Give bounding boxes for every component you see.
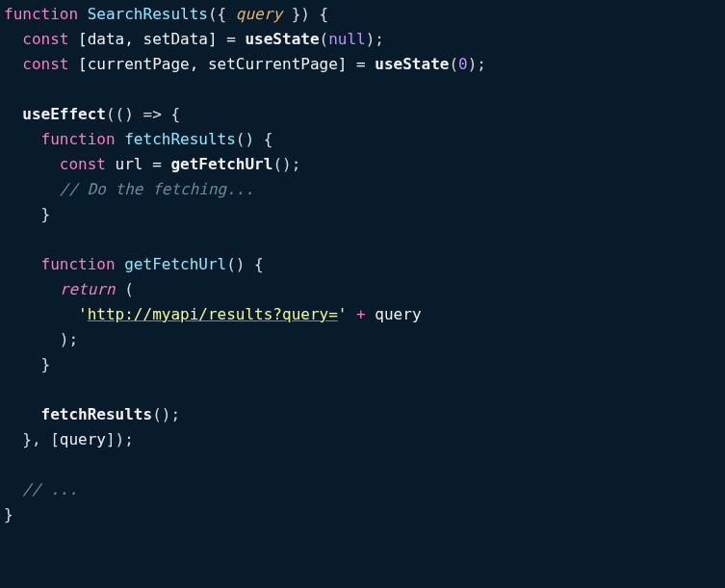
call: ();: [272, 155, 300, 173]
zero-literal: 0: [458, 55, 468, 73]
brace-close: }: [41, 205, 51, 223]
string-quote: ': [78, 305, 88, 323]
punct: }) {: [282, 5, 328, 23]
paren-close: );: [60, 330, 78, 348]
paren: (: [320, 30, 329, 48]
string-quote: ': [338, 305, 348, 323]
keyword-function: function: [41, 130, 116, 148]
dep-query: query: [60, 430, 106, 448]
punct: ({: [208, 5, 236, 23]
sig: () {: [236, 130, 273, 148]
arrow-fn: (() => {: [106, 105, 180, 123]
use-state: useState: [375, 55, 449, 73]
keyword-const: const: [22, 55, 68, 73]
url-string: http://myapi/results?query=: [88, 305, 338, 323]
fn-name: fetchResults: [124, 130, 236, 148]
null-literal: null: [328, 30, 366, 48]
keyword-const: const: [22, 30, 68, 48]
fn-name: getFetchUrl: [124, 255, 226, 273]
plus-op: +: [347, 305, 375, 323]
paren: (: [116, 280, 134, 298]
keyword-return: return: [60, 280, 116, 298]
param-query: query: [236, 5, 282, 23]
keyword-function: function: [4, 5, 78, 23]
ident-query: query: [375, 305, 421, 323]
code-block: function SearchResults({ query }) { cons…: [0, 0, 725, 527]
comment: // Do the fetching...: [60, 180, 254, 198]
call-fetchresults: fetchResults: [41, 405, 153, 423]
use-effect: useEffect: [22, 105, 106, 123]
destructure: [currentPage, setCurrentPage] =: [68, 55, 375, 73]
paren: );: [468, 55, 486, 73]
call-getfetchurl: getFetchUrl: [170, 155, 272, 173]
close-deps2: ]);: [106, 430, 134, 448]
keyword-const: const: [60, 155, 106, 173]
call: ();: [152, 405, 180, 423]
use-state: useState: [245, 30, 319, 48]
assign: url =: [106, 155, 170, 173]
paren: (: [449, 55, 458, 73]
comment: // ...: [22, 480, 78, 499]
brace-close: }: [41, 355, 51, 373]
keyword-function: function: [41, 255, 116, 273]
brace-close: }: [4, 505, 13, 524]
destructure: [data, setData] =: [68, 30, 245, 48]
sig: () {: [226, 255, 264, 273]
fn-name: SearchResults: [88, 5, 208, 23]
close-deps: }, [: [22, 430, 60, 448]
paren: );: [366, 30, 384, 48]
